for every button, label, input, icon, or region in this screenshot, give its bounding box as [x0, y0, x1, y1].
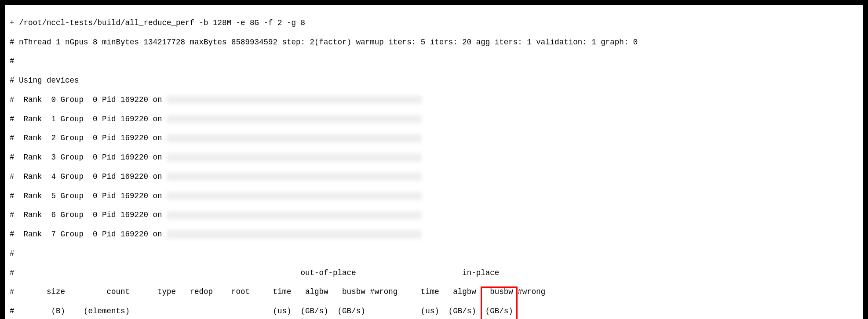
redacted-host — [167, 134, 422, 142]
redacted-host — [167, 115, 422, 123]
rank-line: # Rank 7 Group 0 Pid 169220 on — [10, 230, 858, 239]
redacted-host — [167, 192, 422, 200]
terminal-output: + /root/nccl-tests/build/all_reduce_perf… — [5, 5, 863, 319]
redacted-host — [167, 96, 422, 104]
using-devices-line: # Using devices — [10, 76, 858, 86]
redacted-host — [167, 211, 422, 219]
redacted-host — [167, 153, 422, 161]
rank-line: # Rank 3 Group 0 Pid 169220 on — [10, 153, 858, 163]
rank-line: # Rank 0 Group 0 Pid 169220 on — [10, 95, 858, 105]
redacted-host — [167, 173, 422, 181]
hash-line: # — [10, 57, 858, 66]
section-header: # out-of-place in-place — [10, 268, 858, 278]
rank-line: # Rank 6 Group 0 Pid 169220 on — [10, 210, 858, 220]
rank-line: # Rank 1 Group 0 Pid 169220 on — [10, 115, 858, 124]
hash-line: # — [10, 249, 858, 259]
rank-line: # Rank 5 Group 0 Pid 169220 on — [10, 192, 858, 201]
rank-line: # Rank 4 Group 0 Pid 169220 on — [10, 172, 858, 182]
redacted-host — [167, 230, 422, 238]
config-line: # nThread 1 nGpus 8 minBytes 134217728 m… — [10, 38, 858, 47]
column-units: # (B) (elements) (us) (GB/s) (GB/s) (us)… — [10, 307, 858, 316]
rank-line: # Rank 2 Group 0 Pid 169220 on — [10, 134, 858, 143]
command-line: + /root/nccl-tests/build/all_reduce_perf… — [10, 18, 858, 28]
column-header: # size count type redop root time algbw … — [10, 287, 858, 297]
